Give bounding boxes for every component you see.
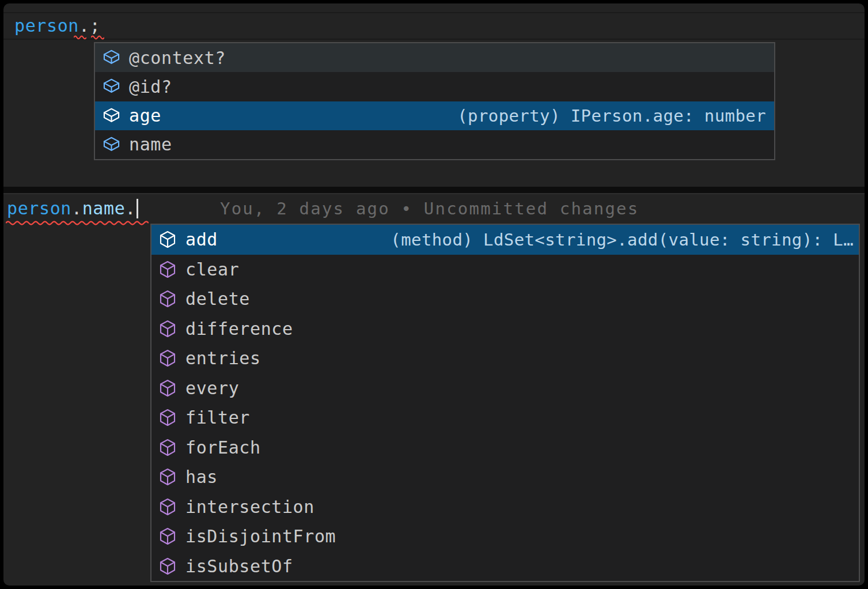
symbol-field-icon: [101, 105, 122, 126]
code-token-property: name: [82, 198, 126, 218]
suggestion-label: clear: [185, 259, 239, 280]
code-token-punctuation: .: [125, 198, 136, 218]
suggestion-label: has: [185, 467, 218, 487]
code-line-1[interactable]: person.;: [14, 13, 100, 39]
suggestion-label: intersection: [185, 497, 314, 517]
autocomplete-popup-secondary: add (method) LdSet<string>.add(value: st…: [150, 224, 860, 582]
suggestion-label: @id?: [129, 77, 172, 97]
suggestion-item[interactable]: forEach: [151, 433, 859, 463]
suggestion-label: age: [129, 105, 161, 126]
symbol-method-icon: [157, 467, 178, 488]
symbol-field-icon: [101, 134, 122, 155]
code-token-variable: person: [7, 198, 71, 218]
suggestion-item[interactable]: every: [151, 373, 859, 403]
suggestion-item[interactable]: entries: [151, 343, 859, 373]
autocomplete-popup-primary: @context? @id? age (property) IPerson.ag…: [94, 42, 775, 160]
suggestion-item[interactable]: intersection: [151, 492, 859, 522]
suggestion-item[interactable]: @id?: [95, 72, 774, 101]
suggestion-item[interactable]: isSubsetOf: [151, 552, 859, 582]
error-squiggle: [74, 35, 86, 40]
editor-surface[interactable]: person.; @context? @id? age (property) I…: [3, 3, 865, 586]
error-squiggle: [91, 35, 104, 40]
suggestion-label: isSubsetOf: [185, 556, 293, 576]
suggestion-item[interactable]: name: [95, 130, 774, 159]
symbol-method-icon: [157, 437, 178, 458]
symbol-method-icon: [157, 318, 178, 339]
editor-divider-line: [3, 39, 865, 40]
suggestion-item[interactable]: @context?: [95, 43, 774, 72]
symbol-method-icon: [157, 259, 178, 280]
git-blame-annotation: You, 2 days ago • Uncommitted changes: [220, 199, 639, 218]
section-divider: [3, 187, 865, 194]
suggestion-label: every: [185, 378, 239, 398]
suggestion-item[interactable]: has: [151, 462, 859, 492]
suggestion-item[interactable]: filter: [151, 403, 859, 433]
suggestion-item[interactable]: difference: [151, 314, 859, 344]
suggestion-label: @context?: [129, 48, 226, 68]
suggestion-label: isDisjointFrom: [185, 526, 336, 546]
suggestion-item-selected[interactable]: age (property) IPerson.age: number: [95, 101, 774, 130]
suggestion-label: delete: [185, 289, 250, 309]
code-token-punctuation: .: [79, 16, 90, 36]
symbol-method-icon: [157, 348, 178, 369]
suggestion-label: name: [129, 134, 172, 154]
error-squiggle: [6, 220, 149, 225]
editor-window: person.; @context? @id? age (property) I…: [0, 0, 868, 589]
symbol-method-icon: [157, 407, 178, 428]
suggestion-detail: (method) LdSet<string>.add(value: string…: [391, 230, 859, 250]
symbol-method-icon: [157, 556, 178, 576]
suggestion-label: difference: [185, 319, 293, 339]
suggestion-label: add: [185, 229, 218, 250]
suggestion-item[interactable]: clear: [151, 255, 859, 285]
symbol-method-icon: [157, 229, 178, 250]
suggestion-label: forEach: [185, 437, 261, 458]
code-token-variable: person: [14, 16, 79, 36]
suggestion-label: entries: [185, 348, 261, 368]
symbol-method-icon: [157, 289, 178, 309]
suggestion-item-selected[interactable]: add (method) LdSet<string>.add(value: st…: [151, 225, 859, 255]
symbol-field-icon: [101, 76, 122, 97]
suggestion-item[interactable]: isDisjointFrom: [151, 522, 859, 552]
code-line-2[interactable]: person.name.You, 2 days ago • Uncommitte…: [7, 196, 639, 221]
code-token-punctuation: ;: [90, 16, 101, 36]
symbol-method-icon: [157, 526, 178, 547]
text-cursor: [137, 199, 138, 218]
editor-divider-line: [3, 12, 865, 13]
symbol-method-icon: [157, 496, 178, 517]
symbol-method-icon: [157, 377, 178, 398]
symbol-field-icon: [101, 47, 122, 68]
suggestion-detail: (property) IPerson.age: number: [457, 106, 774, 126]
suggestion-item[interactable]: delete: [151, 284, 859, 314]
code-token-punctuation: .: [71, 198, 82, 218]
suggestion-label: filter: [185, 407, 250, 428]
